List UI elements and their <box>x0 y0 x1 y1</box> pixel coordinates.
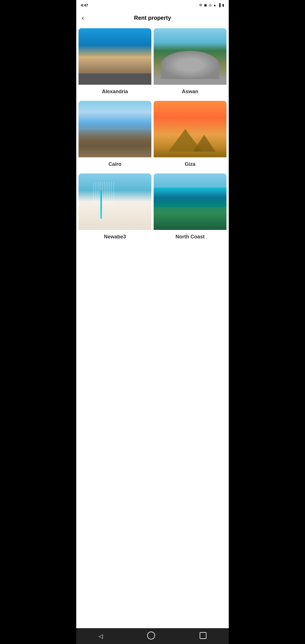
city-image-alexandria <box>79 28 151 85</box>
city-label-alexandria: Alexandria <box>79 85 151 99</box>
location-icon: ◎ <box>209 3 212 7</box>
main-content: AlexandriaAswanCairoGizaNewabe3North Coa… <box>76 26 229 628</box>
city-card-aswan[interactable]: Aswan <box>154 28 226 99</box>
city-card-cairo[interactable]: Cairo <box>79 101 151 171</box>
city-card-north-coast[interactable]: North Coast <box>154 173 226 244</box>
status-bar: 4:47 ⚙ ▣ ◎ ▲ ▐ ▮ <box>76 0 229 10</box>
status-icons: ⚙ ▣ ◎ ▲ ▐ ▮ <box>199 3 224 7</box>
nav-back-button[interactable]: ◁ <box>92 630 110 642</box>
battery-icon: ▮ <box>222 3 224 7</box>
city-card-alexandria[interactable]: Alexandria <box>79 28 151 99</box>
city-label-north-coast: North Coast <box>154 230 226 244</box>
wifi-icon: ▲ <box>213 3 217 7</box>
page-title: Rent property <box>134 15 171 21</box>
signal-icon: ▐ <box>218 3 221 7</box>
city-card-newabe3[interactable]: Newabe3 <box>79 173 151 244</box>
settings-icon: ⚙ <box>199 3 202 7</box>
city-grid: AlexandriaAswanCairoGizaNewabe3North Coa… <box>79 28 226 244</box>
nav-home-button[interactable] <box>140 629 162 643</box>
city-image-north-coast <box>154 173 226 230</box>
city-label-newabe3: Newabe3 <box>79 230 151 244</box>
city-image-aswan <box>154 28 226 85</box>
nav-bar: ◁ <box>76 628 229 644</box>
city-image-newabe3 <box>79 173 151 230</box>
status-time: 4:47 <box>81 3 88 7</box>
city-image-cairo <box>79 101 151 157</box>
city-label-cairo: Cairo <box>79 157 151 171</box>
city-label-giza: Giza <box>154 157 226 171</box>
home-circle-icon <box>147 632 155 639</box>
nav-recent-button[interactable] <box>193 630 213 643</box>
city-image-giza <box>154 101 226 157</box>
back-button[interactable]: ‹ <box>81 13 85 23</box>
city-card-giza[interactable]: Giza <box>154 101 226 171</box>
recent-square-icon <box>200 632 206 639</box>
city-label-aswan: Aswan <box>154 85 226 99</box>
sim-icon: ▣ <box>204 3 207 7</box>
header: ‹ Rent property <box>76 10 229 26</box>
